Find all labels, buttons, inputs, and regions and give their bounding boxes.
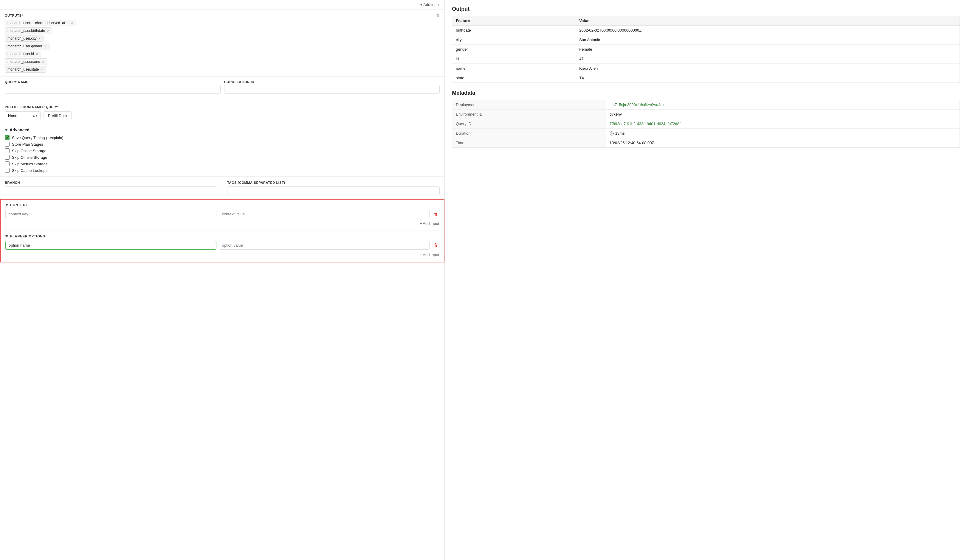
context-delete-icon[interactable]: 🗑 bbox=[432, 211, 439, 217]
tags-field: TAGS (COMMA-SEPARATED LIST) bbox=[223, 177, 444, 199]
output-row-3: id 47 bbox=[452, 54, 960, 64]
output-section: Output Feature Value birthdate 2002-02-0… bbox=[452, 6, 960, 83]
metadata-cell-value-2: 7f892ee7-91b2-433d-9d01-d624efb72d8f bbox=[606, 119, 960, 128]
planner-name-input[interactable] bbox=[5, 241, 216, 250]
output-row-0: birthdate 2002-02-02T00:00:00.0000000000… bbox=[452, 26, 960, 35]
output-tag-3[interactable]: monarch_user.gender ✕ bbox=[5, 43, 50, 49]
metadata-cell-value-4: 13/02/25 12:40:54-08:00Z bbox=[606, 138, 960, 148]
output-cell-value-1: San Antonio bbox=[576, 35, 960, 44]
prefill-data-button[interactable]: Prefill Data bbox=[43, 111, 71, 120]
right-panel: Output Feature Value birthdate 2002-02-0… bbox=[445, 0, 967, 560]
output-row-2: gender Female bbox=[452, 44, 960, 54]
checkbox-item-2[interactable]: Skip Online Storage bbox=[5, 148, 440, 153]
advanced-header[interactable]: Advanced bbox=[5, 127, 440, 132]
metadata-link-2[interactable]: 7f892ee7-91b2-433d-9d01-d624efb72d8f bbox=[610, 122, 680, 126]
branch-input[interactable] bbox=[5, 186, 217, 195]
context-title: CONTEXT bbox=[10, 203, 27, 207]
correlation-id-field: CORRELATION ID bbox=[224, 80, 440, 94]
context-add-input-link[interactable]: + Add input bbox=[420, 221, 439, 226]
tag-remove-3[interactable]: ✕ bbox=[44, 44, 47, 48]
planner-header-row: PLANNER OPTIONS bbox=[5, 234, 439, 238]
correlation-id-input[interactable] bbox=[224, 85, 440, 94]
query-correlation-row: QUERY NAME CORRELATION ID bbox=[5, 80, 440, 94]
advanced-toggle-icon bbox=[5, 129, 8, 131]
planner-delete-icon[interactable]: 🗑 bbox=[432, 242, 439, 249]
checkbox-1[interactable] bbox=[5, 142, 10, 147]
metadata-cell-key-3: Duration bbox=[452, 128, 606, 138]
query-name-input[interactable] bbox=[5, 85, 221, 94]
outputs-label: OUTPUTS* bbox=[5, 14, 23, 17]
tag-remove-6[interactable]: ✕ bbox=[41, 68, 43, 71]
outputs-section: OUTPUTS* ⇅ monarch_user.__chalk_observed… bbox=[0, 10, 444, 77]
tag-remove-4[interactable]: ✕ bbox=[36, 52, 38, 56]
context-add-input-row: + Add input bbox=[5, 220, 439, 227]
metadata-cell-key-0: Deployment bbox=[452, 100, 606, 110]
output-tag-1[interactable]: monarch_user.birthdate ✕ bbox=[5, 27, 52, 34]
output-tag-2[interactable]: monarch_user.city ✕ bbox=[5, 35, 43, 42]
prefill-row: None ▲▼ Prefill Data bbox=[5, 111, 440, 120]
checkbox-2[interactable] bbox=[5, 148, 10, 153]
branch-label: BRANCH bbox=[5, 181, 20, 184]
tags-label: TAGS (COMMA-SEPARATED LIST) bbox=[227, 181, 285, 184]
top-add-input-link[interactable]: + Add input bbox=[420, 2, 440, 7]
context-header-row: CONTEXT bbox=[5, 203, 439, 207]
output-cell-feature-3: id bbox=[452, 54, 576, 64]
tag-remove-2[interactable]: ✕ bbox=[38, 37, 41, 41]
output-tag-6[interactable]: monarch_user.state ✕ bbox=[5, 66, 46, 72]
tag-remove-0[interactable]: ✕ bbox=[71, 21, 74, 25]
output-col-value: Value bbox=[576, 16, 960, 26]
planner-add-input-link[interactable]: + Add input bbox=[420, 253, 439, 257]
tag-remove-1[interactable]: ✕ bbox=[47, 29, 50, 33]
metadata-cell-value-3: 18ms bbox=[606, 128, 960, 138]
checkbox-3[interactable] bbox=[5, 155, 10, 160]
left-panel: + Add input OUTPUTS* ⇅ monarch_user.__ch… bbox=[0, 0, 445, 560]
context-key-input[interactable] bbox=[5, 210, 216, 218]
metadata-row-2: Query ID 7f892ee7-91b2-433d-9d01-d624efb… bbox=[452, 119, 960, 128]
checkbox-label-5: Skip Cache Lookups bbox=[12, 168, 48, 173]
svg-line-2 bbox=[612, 133, 612, 134]
advanced-section: Advanced Save Query Timing (--explain) S… bbox=[0, 124, 444, 177]
context-toggle-icon bbox=[5, 204, 8, 206]
context-value-input[interactable] bbox=[219, 210, 430, 218]
output-tag-4[interactable]: monarch_user.id ✕ bbox=[5, 51, 41, 57]
output-tag-5[interactable]: monarch_user.name ✕ bbox=[5, 58, 47, 65]
metadata-section: Metadata Deployment cm715cjm3000x14s6fzv… bbox=[452, 90, 960, 148]
tags-input[interactable] bbox=[227, 186, 440, 195]
output-tag-0[interactable]: monarch_user.__chalk_observed_at__ ✕ bbox=[5, 20, 76, 26]
checkbox-label-2: Skip Online Storage bbox=[12, 149, 46, 153]
metadata-link-0[interactable]: cm715cjm3000x14s6fzv9wa4m bbox=[610, 102, 663, 107]
output-cell-value-2: Female bbox=[576, 44, 960, 54]
output-table: Feature Value birthdate 2002-02-02T00:00… bbox=[452, 16, 960, 83]
branch-tags-section: BRANCH TAGS (COMMA-SEPARATED LIST) bbox=[0, 177, 444, 199]
checkbox-label-3: Skip Offiline Storage bbox=[12, 155, 47, 160]
metadata-row-4: Time 13/02/25 12:40:54-08:00Z bbox=[452, 138, 960, 148]
checkbox-item-5[interactable]: Skip Cache Lookups bbox=[5, 168, 440, 173]
planner-add-input-row: + Add input bbox=[5, 251, 439, 258]
output-row-4: name Kiera Allen bbox=[452, 64, 960, 73]
checkbox-label-1: Store Plan Stages bbox=[12, 142, 43, 147]
output-cell-feature-5: state bbox=[452, 73, 576, 83]
advanced-title: Advanced bbox=[10, 127, 30, 132]
output-cell-value-4: Kiera Allen bbox=[576, 64, 960, 73]
output-cell-value-3: 47 bbox=[576, 54, 960, 64]
output-col-feature: Feature bbox=[452, 16, 576, 26]
checkbox-item-4[interactable]: Skip Metrics Storage bbox=[5, 161, 440, 166]
metadata-cell-value-1: dvxenv bbox=[606, 110, 960, 119]
context-section: CONTEXT 🗑 + Add input bbox=[1, 199, 444, 231]
checkbox-list: Save Query Timing (--explain) Store Plan… bbox=[5, 135, 440, 173]
checkbox-item-3[interactable]: Skip Offiline Storage bbox=[5, 155, 440, 160]
checkbox-item-1[interactable]: Store Plan Stages bbox=[5, 142, 440, 147]
context-planner-container: CONTEXT 🗑 + Add input PLANNER OPTIONS bbox=[0, 199, 444, 262]
outputs-sort-icon[interactable]: ⇅ bbox=[436, 13, 440, 18]
tag-remove-5[interactable]: ✕ bbox=[42, 60, 45, 64]
clock-icon bbox=[610, 131, 614, 135]
output-cell-feature-1: city bbox=[452, 35, 576, 44]
planner-value-input[interactable] bbox=[219, 241, 430, 250]
prefill-select[interactable]: None bbox=[5, 111, 41, 120]
checkbox-5[interactable] bbox=[5, 168, 10, 173]
metadata-table: Deployment cm715cjm3000x14s6fzv9wa4m Env… bbox=[452, 100, 960, 148]
checkbox-0[interactable] bbox=[5, 135, 10, 140]
metadata-cell-key-2: Query ID bbox=[452, 119, 606, 128]
checkbox-4[interactable] bbox=[5, 161, 10, 166]
checkbox-item-0[interactable]: Save Query Timing (--explain) bbox=[5, 135, 440, 140]
